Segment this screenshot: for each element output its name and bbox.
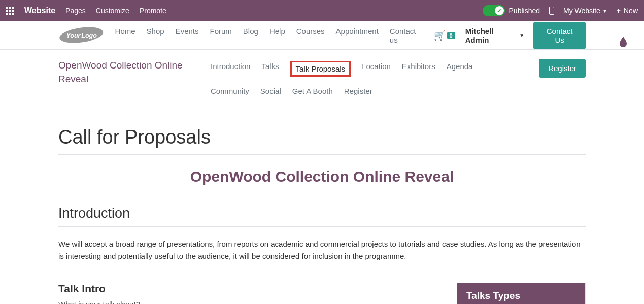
event-tab-talks[interactable]: Talks <box>261 61 279 77</box>
my-website-label: My Website <box>563 7 600 15</box>
nav-appointment[interactable]: Appointment <box>336 27 379 44</box>
topbar-promote[interactable]: Promote <box>140 7 166 15</box>
nav-blog[interactable]: Blog <box>243 27 258 44</box>
event-tab-introduction[interactable]: Introduction <box>211 61 250 77</box>
intro-section-title: Introduction <box>58 206 586 227</box>
nav-courses[interactable]: Courses <box>296 27 325 44</box>
talk-intro-title: Talk Intro <box>58 283 442 295</box>
cart-count: 0 <box>447 32 455 39</box>
published-label: Published <box>509 7 540 15</box>
user-name: Mitchell Admin <box>465 27 517 44</box>
caret-down-icon: ▼ <box>519 32 524 38</box>
svg-text:Your: Your <box>66 32 81 39</box>
intro-text: We will accept a broad range of presenta… <box>58 238 586 262</box>
event-tab-community[interactable]: Community <box>211 86 249 96</box>
event-tab-talk-proposals[interactable]: Talk Proposals <box>290 61 351 77</box>
drop-indicator-icon <box>618 36 629 47</box>
check-icon: ✓ <box>497 7 502 14</box>
mobile-preview-icon[interactable] <box>549 7 554 15</box>
register-button[interactable]: Register <box>539 59 586 78</box>
my-website-dropdown[interactable]: My Website ▼ <box>563 7 607 15</box>
user-menu[interactable]: Mitchell Admin ▼ <box>465 27 525 44</box>
app-name[interactable]: Website <box>24 6 55 15</box>
nav-events[interactable]: Events <box>176 27 199 44</box>
publish-toggle[interactable]: ✓ <box>483 5 505 16</box>
event-tab-register[interactable]: Register <box>344 86 372 96</box>
nav-home[interactable]: Home <box>115 27 135 44</box>
nav-shop[interactable]: Shop <box>147 27 164 44</box>
talk-intro-text: What is your talk about? <box>58 300 442 304</box>
talks-types-box: Talks Types Regular Talks. These are <box>457 283 586 304</box>
event-subtitle: OpenWood Collection Online Reveal <box>58 168 586 185</box>
event-tab-exhibitors[interactable]: Exhibitors <box>402 61 435 77</box>
page-title: Call for Proposals <box>58 126 586 155</box>
svg-text:Logo: Logo <box>81 32 97 39</box>
topbar-customize[interactable]: Customize <box>96 7 129 15</box>
talks-types-header: Talks Types <box>457 283 585 304</box>
cart-button[interactable]: 🛒 0 <box>434 30 455 41</box>
apps-icon[interactable] <box>6 7 14 15</box>
event-tab-agenda[interactable]: Agenda <box>447 61 473 77</box>
event-tab-location[interactable]: Location <box>362 61 391 77</box>
cart-icon: 🛒 <box>434 30 445 41</box>
new-button[interactable]: + New <box>617 7 638 15</box>
plus-icon: + <box>617 7 621 15</box>
nav-help[interactable]: Help <box>269 27 285 44</box>
event-tab-get-a-booth[interactable]: Get A Booth <box>292 86 333 96</box>
nav-forum[interactable]: Forum <box>210 27 232 44</box>
event-title-link[interactable]: OpenWood Collection Online Reveal <box>58 59 190 86</box>
logo[interactable]: Your Logo <box>58 26 105 44</box>
topbar-pages[interactable]: Pages <box>65 7 86 15</box>
event-tab-social[interactable]: Social <box>260 86 281 96</box>
caret-down-icon: ▼ <box>602 8 607 14</box>
new-label: New <box>624 7 638 15</box>
nav-contact[interactable]: Contact us <box>390 27 416 44</box>
contact-us-button[interactable]: Contact Us <box>533 22 586 49</box>
